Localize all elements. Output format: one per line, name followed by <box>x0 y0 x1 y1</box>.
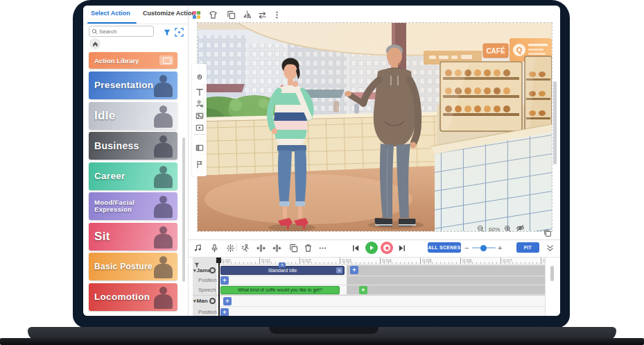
layout-tool-button[interactable] <box>195 143 204 152</box>
add-voice-button[interactable] <box>209 243 220 253</box>
copy-button[interactable] <box>288 243 299 253</box>
add-music-button[interactable] <box>193 243 203 253</box>
category-label: Basic Posture <box>89 262 153 271</box>
james-camera-button[interactable] <box>209 267 216 274</box>
man-camera-button[interactable] <box>209 298 216 304</box>
fit-button[interactable]: FIT <box>516 242 539 253</box>
track-position[interactable]: Position <box>198 277 217 283</box>
microphone-icon <box>210 244 219 253</box>
add-man-action-button[interactable]: + <box>223 297 232 305</box>
skip-start-button[interactable] <box>351 243 361 253</box>
collapse-panel-button[interactable] <box>546 243 554 255</box>
playhead-handle[interactable] <box>216 258 221 263</box>
timeline-zoom-knob[interactable] <box>480 245 487 251</box>
action-category[interactable]: Idle <box>89 102 177 130</box>
category-figure <box>151 134 175 158</box>
swap-arrows-icon <box>258 10 267 19</box>
viewport-scrollbar[interactable] <box>553 81 557 165</box>
laptop-notch <box>269 327 378 334</box>
effect-sparkle-icon <box>226 244 235 253</box>
skip-end-button[interactable] <box>397 243 407 253</box>
action-category[interactable]: Business <box>89 132 177 160</box>
trim-extend-right-button[interactable] <box>272 243 282 253</box>
action-category[interactable]: Career <box>89 162 177 190</box>
video-icon <box>195 124 204 132</box>
stop-button[interactable] <box>381 242 393 254</box>
ruler-tick: 0:07 <box>501 258 512 264</box>
row-divider <box>193 285 545 285</box>
layout-icon <box>195 144 204 152</box>
scene-canvas[interactable]: CAFÉ Q <box>198 23 552 231</box>
action-category[interactable]: Basic Posture <box>89 253 177 280</box>
music-note-icon <box>193 244 202 253</box>
trim-right-icon <box>272 244 281 253</box>
action-category[interactable]: Locomotion <box>89 283 177 311</box>
timeline-zoom-out-button[interactable]: − <box>464 244 469 251</box>
motion-person-icon <box>241 244 250 253</box>
video-tool-button[interactable] <box>195 123 204 132</box>
group-divider <box>193 295 559 296</box>
flip-button[interactable] <box>241 9 253 21</box>
expand-corner-button[interactable] <box>543 228 552 240</box>
add-effect-button[interactable] <box>225 243 236 253</box>
trash-icon <box>304 244 313 253</box>
speech-clip[interactable]: What kind of coffe would you like to get… <box>220 286 340 294</box>
copy-icon <box>289 244 298 253</box>
panel-scrollbar[interactable] <box>182 137 185 282</box>
remove-clip-button[interactable]: × <box>336 267 342 274</box>
category-figure <box>151 285 175 309</box>
track-man[interactable]: ▾Man <box>193 298 208 304</box>
image-icon <box>195 112 204 120</box>
character-tool-button[interactable] <box>195 99 204 108</box>
playhead[interactable] <box>218 258 220 316</box>
delete-button[interactable] <box>303 243 313 253</box>
add-action-button[interactable]: + <box>350 266 358 274</box>
motion-button[interactable] <box>241 243 251 253</box>
laptop-mockup: Select Action Customize Action <box>0 0 644 345</box>
add-speech-button[interactable]: + <box>359 286 367 294</box>
trim-extend-left-button[interactable] <box>256 243 266 253</box>
flip-icon <box>243 10 252 19</box>
category-label: Locomotion <box>89 292 150 302</box>
outfit-button[interactable] <box>207 9 219 21</box>
trim-left-icon <box>256 244 266 253</box>
action-category[interactable]: Presentation <box>89 71 177 99</box>
swap-button[interactable] <box>256 9 268 21</box>
timeline-ruler[interactable]: 0:000:010:020:030:040:050:060:070:08 <box>216 258 545 264</box>
skip-end-icon <box>397 244 406 253</box>
category-list: Presentation Idle Business <box>89 6 177 316</box>
duplicate-button[interactable] <box>225 9 237 21</box>
viewport-more-button[interactable] <box>271 9 283 21</box>
zoom-out-button[interactable] <box>477 223 485 235</box>
timeline-more-button[interactable] <box>317 243 328 253</box>
palette-icon <box>192 10 201 19</box>
timeline-zoom-in-button[interactable]: + <box>498 244 502 252</box>
category-figure <box>151 194 175 218</box>
insert-action-button[interactable]: + <box>279 262 286 267</box>
timeline-top-border <box>188 239 560 240</box>
add-man-position-button[interactable]: + <box>220 308 229 316</box>
flag-tool-button[interactable] <box>195 160 204 169</box>
action-category[interactable]: Mood/Facial Expression <box>89 192 177 220</box>
ruler-tick: 0:02 <box>299 258 311 264</box>
material-button[interactable] <box>191 9 202 21</box>
out-of-range-zone <box>347 265 545 294</box>
timeline-scrollbar[interactable] <box>550 266 554 281</box>
add-position-button[interactable]: + <box>220 276 229 285</box>
play-button[interactable] <box>365 242 378 254</box>
image-tool-button[interactable] <box>195 111 204 120</box>
zoom-in-button[interactable] <box>504 223 512 235</box>
all-scenes-button[interactable]: ALL SCENES <box>428 242 461 253</box>
collapse-caret-icon[interactable]: ▾ <box>193 268 196 273</box>
kebab-menu-icon <box>272 10 281 19</box>
scene-viewport[interactable]: CAFÉ Q <box>197 22 552 232</box>
hand-tool-button[interactable] <box>195 72 204 81</box>
action-panel: Select Action Customize Action <box>83 6 189 316</box>
track-speech[interactable]: Speech <box>198 287 216 293</box>
action-category[interactable]: Sit <box>89 223 177 251</box>
preview-eye-button[interactable] <box>516 223 525 235</box>
track-position-2[interactable]: Position <box>198 309 217 315</box>
laptop-front-edge <box>0 338 644 345</box>
collapse-caret-icon[interactable]: ▾ <box>193 298 196 303</box>
text-tool-button[interactable] <box>195 87 204 96</box>
